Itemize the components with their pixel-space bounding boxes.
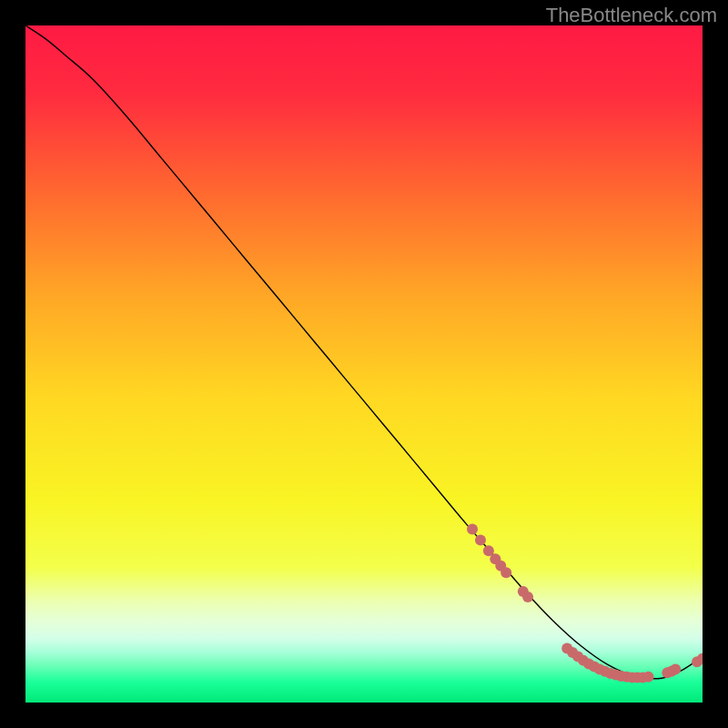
svg-rect-0: [25, 25, 703, 703]
chart-background: [25, 25, 703, 703]
chart-plot-area: [25, 25, 703, 703]
watermark-text: TheBottleneck.com: [546, 4, 717, 27]
